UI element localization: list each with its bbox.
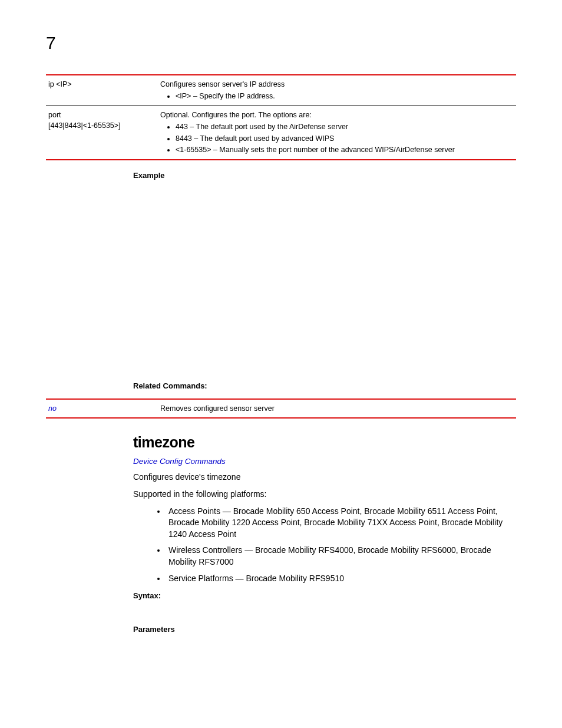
param-bullets: <IP> – Specify the IP address. (160, 91, 511, 101)
param-name: ip <IP> (46, 75, 158, 106)
section-body: timezone Device Config Commands Configur… (133, 434, 516, 634)
syntax-heading: Syntax: (133, 591, 516, 600)
param-desc-cell: Optional. Configures the port. The optio… (158, 106, 516, 160)
platform-list: Access Points — Brocade Mobility 650 Acc… (133, 506, 516, 585)
bullet-item: <1-65535> – Manually sets the port numbe… (176, 144, 511, 155)
no-command-link[interactable]: no (48, 404, 57, 413)
section-title-timezone: timezone (133, 434, 516, 451)
platform-item: Access Points — Brocade Mobility 650 Acc… (166, 506, 516, 541)
param-name-line1: port (48, 111, 61, 119)
param-desc: Configures sensor server's IP address (160, 80, 285, 88)
example-placeholder (133, 188, 516, 377)
syntax-placeholder (133, 608, 516, 620)
param-name: port [443|8443|<1-65535>] (46, 106, 158, 160)
related-cmd-name: no (46, 399, 158, 418)
section-supported: Supported in the following platforms: (133, 489, 516, 500)
bullet-item: <IP> – Specify the IP address. (176, 91, 511, 101)
param-bullets: 443 – The default port used by the AirDe… (160, 121, 511, 154)
section-intro: Configures device's timezone (133, 472, 516, 483)
related-commands-table: no Removes configured sensor server (46, 398, 516, 419)
related-cmd-desc: Removes configured sensor server (158, 399, 516, 418)
bullet-item: 443 – The default port used by the AirDe… (176, 121, 511, 132)
page: 7 ip <IP> Configures sensor server's IP … (0, 0, 562, 677)
device-config-commands-link[interactable]: Device Config Commands (133, 457, 516, 466)
param-name-line2: [443|8443|<1-65535>] (48, 121, 121, 130)
param-desc-cell: Configures sensor server's IP address <I… (158, 75, 516, 106)
param-desc: Optional. Configures the port. The optio… (160, 111, 312, 119)
example-heading: Example (133, 171, 516, 180)
bullet-item: 8443 – The default port used by advanced… (176, 133, 511, 144)
platform-item: Service Platforms — Brocade Mobility RFS… (166, 573, 516, 585)
related-commands-heading: Related Commands: (133, 381, 516, 390)
chapter-number: 7 (46, 33, 516, 53)
platform-item: Wireless Controllers — Brocade Mobility … (166, 545, 516, 568)
parameters-heading: Parameters (133, 625, 516, 634)
parameter-table-1: ip <IP> Configures sensor server's IP ad… (46, 74, 516, 160)
content-body: Example Related Commands: (133, 171, 516, 390)
